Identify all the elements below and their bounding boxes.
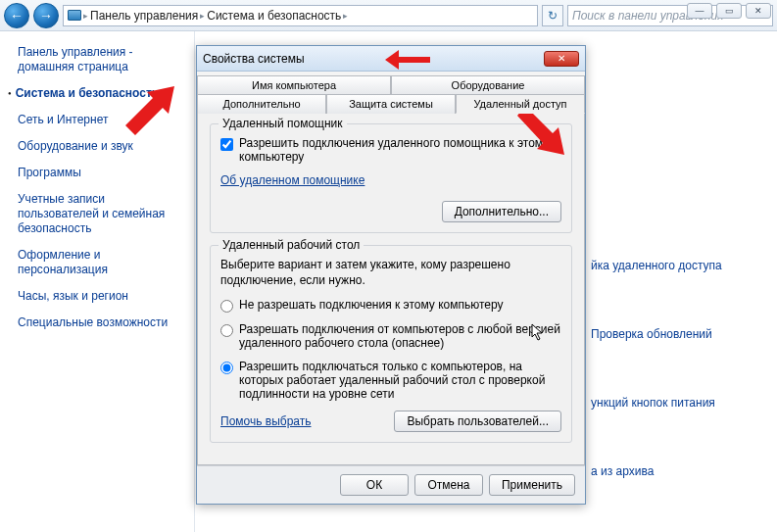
sidebar-item-hardware-sound[interactable]: Оборудование и звук xyxy=(18,139,186,154)
partial-link[interactable]: а из архива xyxy=(591,464,767,478)
radio-allow-nla-label: Разрешить подключаться только с компьюте… xyxy=(239,360,561,401)
group-remote-assistance: Удаленный помощник Разрешить подключения… xyxy=(210,123,572,233)
tab-hardware[interactable]: Оборудование xyxy=(391,75,585,94)
sidebar-item-user-accounts[interactable]: Учетные записи пользователей и семейная … xyxy=(18,192,186,236)
radio-dont-allow-label: Не разрешать подключения к этому компьют… xyxy=(239,298,504,312)
mouse-cursor-icon xyxy=(531,323,547,345)
nav-toolbar: ← → ▸ Панель управления ▸ Система и безо… xyxy=(0,0,777,31)
maximize-button[interactable]: ▭ xyxy=(716,3,742,19)
tab-advanced[interactable]: Дополнительно xyxy=(197,94,326,114)
ok-button[interactable]: ОК xyxy=(340,474,409,496)
radio-allow-nla[interactable] xyxy=(220,362,233,374)
sidebar-item-network[interactable]: Сеть и Интернет xyxy=(18,113,186,127)
sidebar-item-clock-language[interactable]: Часы, язык и регион xyxy=(18,289,186,304)
partial-link[interactable]: ункций кнопок питания xyxy=(591,396,767,410)
help-choose-link[interactable]: Помочь выбрать xyxy=(220,414,312,428)
partial-link[interactable]: йка удаленного доступа xyxy=(591,259,767,272)
location-bar[interactable]: ▸ Панель управления ▸ Система и безопасн… xyxy=(63,5,538,26)
dialog-titlebar[interactable]: Свойства системы ✕ xyxy=(197,46,585,72)
group-legend: Удаленный помощник xyxy=(219,117,347,130)
tab-computer-name[interactable]: Имя компьютера xyxy=(197,75,391,94)
dialog-footer: ОК Отмена Применить xyxy=(197,465,585,504)
tab-system-protection[interactable]: Защита системы xyxy=(326,94,456,114)
minimize-button[interactable]: — xyxy=(687,3,712,19)
tab-panel-remote: Удаленный помощник Разрешить подключения… xyxy=(197,113,585,465)
radio-allow-any-label: Разрешать подключения от компьютеров с л… xyxy=(239,322,561,350)
close-window-button[interactable]: ✕ xyxy=(746,3,771,19)
partial-link[interactable]: Проверка обновлений xyxy=(591,327,767,341)
radio-allow-any[interactable] xyxy=(220,324,233,337)
sidebar: Панель управления - домашняя страница Си… xyxy=(0,31,194,532)
select-users-button[interactable]: Выбрать пользователей... xyxy=(394,411,561,432)
sidebar-item-system-security[interactable]: Система и безопасность xyxy=(18,86,186,101)
control-panel-icon xyxy=(68,10,81,21)
back-button[interactable]: ← xyxy=(4,3,29,28)
breadcrumb-item[interactable]: Панель управления ▸ xyxy=(90,9,205,23)
forward-button[interactable]: → xyxy=(33,3,59,28)
sidebar-item-home[interactable]: Панель управления - домашняя страница xyxy=(18,45,186,74)
system-properties-dialog: Свойства системы ✕ Имя компьютера Оборуд… xyxy=(196,45,586,505)
group-description: Выберите вариант и затем укажите, кому р… xyxy=(220,258,561,288)
allow-remote-assistance-label: Разрешить подключения удаленного помощни… xyxy=(239,136,561,164)
remote-assistance-advanced-button[interactable]: Дополнительно... xyxy=(442,201,561,222)
cancel-button[interactable]: Отмена xyxy=(414,474,483,496)
breadcrumb-item[interactable]: Система и безопасность ▸ xyxy=(207,9,348,23)
refresh-button[interactable]: ↻ xyxy=(542,5,563,26)
sidebar-item-ease-of-access[interactable]: Специальные возможности xyxy=(18,315,186,330)
allow-remote-assistance-checkbox[interactable] xyxy=(220,138,233,151)
group-remote-desktop: Удаленный рабочий стол Выберите вариант … xyxy=(210,245,572,443)
sidebar-item-programs[interactable]: Программы xyxy=(18,166,186,180)
tab-remote[interactable]: Удаленный доступ xyxy=(456,94,585,114)
tab-strip: Имя компьютера Оборудование Дополнительн… xyxy=(197,72,585,114)
apply-button[interactable]: Применить xyxy=(489,474,575,496)
sidebar-item-appearance[interactable]: Оформление и персонализация xyxy=(18,248,186,277)
dialog-title-text: Свойства системы xyxy=(203,52,305,66)
background-links: йка удаленного доступа Проверка обновлен… xyxy=(591,31,767,532)
dialog-close-button[interactable]: ✕ xyxy=(544,51,579,67)
radio-dont-allow[interactable] xyxy=(220,300,233,313)
about-remote-assistance-link[interactable]: Об удаленном помощнике xyxy=(220,173,364,187)
group-legend: Удаленный рабочий стол xyxy=(219,238,364,252)
